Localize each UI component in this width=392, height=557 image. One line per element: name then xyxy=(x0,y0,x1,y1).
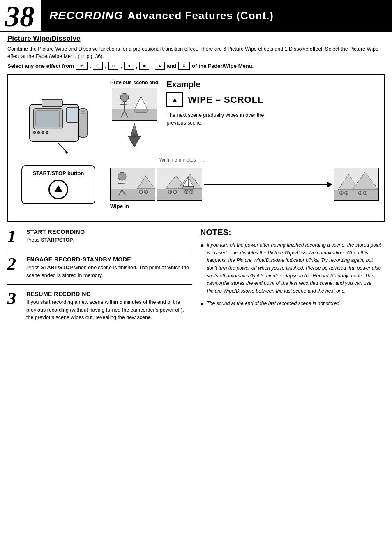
svg-point-6 xyxy=(37,131,40,134)
wipe-icon-box: ▲ xyxy=(166,92,183,107)
step-2-content: ENGAGE RECORD-STANDBY MODE Press START/S… xyxy=(26,255,192,280)
effect-row-end: of the Fader/Wipe Menu. xyxy=(192,63,254,69)
wipe-sequence: ⊕⊕ ⊕⊕ ⊕⊕ xyxy=(110,168,379,201)
step-1-number: 1 xyxy=(7,228,22,245)
intro-end: pg. 36). xyxy=(87,53,104,59)
demo-top: Previous scene end xyxy=(110,80,379,150)
svg-point-29 xyxy=(118,172,126,180)
svg-rect-37 xyxy=(157,189,202,200)
start-stop-box: START/STOP button xyxy=(21,165,95,204)
page-content: Picture Wipe/Dissolve Combine the Pictur… xyxy=(0,35,392,331)
seq-img-2: ⊕⊕ ⊕⊕ xyxy=(157,168,202,201)
svg-rect-19 xyxy=(135,109,147,112)
seq-img-3: ⊕⊕ ⊕⊕ xyxy=(334,168,379,201)
svg-point-20 xyxy=(120,93,129,102)
page-title: RECORDING Advanced Features (Cont.) xyxy=(41,0,392,31)
prev-scene-svg xyxy=(112,88,157,120)
button-arrow-icon xyxy=(54,185,62,192)
step-2: 2 ENGAGE RECORD-STANDBY MODE Press START… xyxy=(7,255,192,285)
wipe-arrow-right xyxy=(204,184,332,185)
svg-point-7 xyxy=(42,131,44,134)
title-rest: Advanced Features (Cont.) xyxy=(127,9,274,22)
prev-scene-label: Previous scene end xyxy=(110,80,158,86)
page-header: 38 RECORDING Advanced Features (Cont.) xyxy=(0,0,392,32)
step-2-title: ENGAGE RECORD-STANDBY MODE xyxy=(26,256,192,263)
demo-section: Previous scene end xyxy=(110,80,379,216)
effect-and: and xyxy=(167,63,176,69)
wipe-scroll-row: ▲ WIPE – SCROLL xyxy=(166,92,379,107)
camera-section: START/STOP button xyxy=(13,80,104,216)
svg-point-8 xyxy=(46,131,48,134)
svg-text:⊕⊕: ⊕⊕ xyxy=(138,188,148,195)
within-text: Within 5 minutes . . . xyxy=(110,157,379,163)
svg-marker-14 xyxy=(65,150,69,154)
title-recording: RECORDING xyxy=(49,9,123,22)
section-title: Picture Wipe/Dissolve xyxy=(7,35,385,43)
note-item-2: ● The sound at the end of the last recor… xyxy=(200,300,385,307)
svg-marker-26 xyxy=(128,136,141,147)
steps-notes-section: 1 START RECORDING Press START/STOP. 2 EN… xyxy=(7,228,385,331)
step-3-content: RESUME RECORDING If you start recording … xyxy=(26,290,192,321)
intro-main: Combine the Picture Wipe and Dissolve fu… xyxy=(7,46,378,59)
effect-icon-4: ◄ xyxy=(124,62,134,70)
svg-rect-3 xyxy=(67,108,78,122)
camera-illustration xyxy=(21,80,95,162)
effect-icon-5: ◈ xyxy=(139,62,149,70)
start-stop-label: START/STOP button xyxy=(30,170,87,176)
step-1-title: START RECORDING xyxy=(26,229,192,235)
svg-point-5 xyxy=(33,131,36,134)
step-2-number: 2 xyxy=(7,255,22,280)
svg-rect-9 xyxy=(79,109,87,137)
wipe-in-label: Wipe In xyxy=(110,203,379,209)
arrow-down-wrap xyxy=(126,121,143,150)
notes-title: NOTES: xyxy=(200,228,385,237)
steps-section: 1 START RECORDING Press START/STOP. 2 EN… xyxy=(7,228,192,331)
step-2-body: Press START/STOP when one scene is finis… xyxy=(26,264,192,280)
effect-icon-6: ▲ xyxy=(155,62,165,70)
page-ref-icon: ☞ xyxy=(81,54,85,59)
step-3-number: 3 xyxy=(7,290,22,321)
note-text-2: The sound at the end of the last recorde… xyxy=(207,300,341,307)
diagram-box: START/STOP button Previous scene end xyxy=(7,74,385,222)
svg-rect-44 xyxy=(183,187,194,189)
wipe-scroll-title: WIPE – SCROLL xyxy=(188,95,263,105)
svg-text:⊕⊕: ⊕⊕ xyxy=(168,188,178,195)
effect-row-start: Select any one effect from xyxy=(7,63,74,69)
seq-img-1: ⊕⊕ xyxy=(110,168,155,201)
notes-section: NOTES: ● If you turn off the power after… xyxy=(200,228,385,331)
effect-icon-7: ⇩ xyxy=(178,62,190,70)
step-3: 3 RESUME RECORDING If you start recordin… xyxy=(7,290,192,326)
svg-rect-16 xyxy=(112,109,157,120)
page-number: 38 xyxy=(0,0,41,31)
svg-text:⊕⊕: ⊕⊕ xyxy=(339,190,349,196)
effect-row: Select any one effect from ⊞ , ◱ , □ , ◄… xyxy=(7,62,385,70)
note-text-1: If you turn off the power after having f… xyxy=(207,241,385,295)
example-label: Example xyxy=(166,80,379,89)
example-section: Example ▲ WIPE – SCROLL The next scene g… xyxy=(166,80,379,150)
svg-rect-2 xyxy=(36,111,60,127)
circle-button xyxy=(48,180,68,199)
prev-scene: Previous scene end xyxy=(110,80,158,150)
intro-text: Combine the Picture Wipe and Dissolve fu… xyxy=(7,45,385,60)
arrow-down-icon xyxy=(126,123,143,148)
svg-marker-25 xyxy=(130,123,138,138)
effect-icon-2: ◱ xyxy=(93,62,103,70)
step-1-content: START RECORDING Press START/STOP. xyxy=(26,228,192,245)
wipe-description: The next scene gradually wipes in over t… xyxy=(166,111,281,127)
step-3-title: RESUME RECORDING xyxy=(26,291,192,297)
step-3-body: If you start recording a new scene withi… xyxy=(26,298,192,321)
effect-icon-1: ⊞ xyxy=(76,62,88,70)
svg-text:⊕⊕: ⊕⊕ xyxy=(358,190,368,196)
prev-scene-image xyxy=(112,88,157,121)
note-bullet-1: ● xyxy=(200,241,204,295)
effect-icon-3: □ xyxy=(108,62,118,70)
step-1-body: Press START/STOP. xyxy=(26,236,192,244)
note-bullet-2: ● xyxy=(200,300,204,307)
step-1: 1 START RECORDING Press START/STOP. xyxy=(7,228,192,250)
note-item-1: ● If you turn off the power after having… xyxy=(200,241,385,295)
svg-rect-4 xyxy=(42,99,62,107)
